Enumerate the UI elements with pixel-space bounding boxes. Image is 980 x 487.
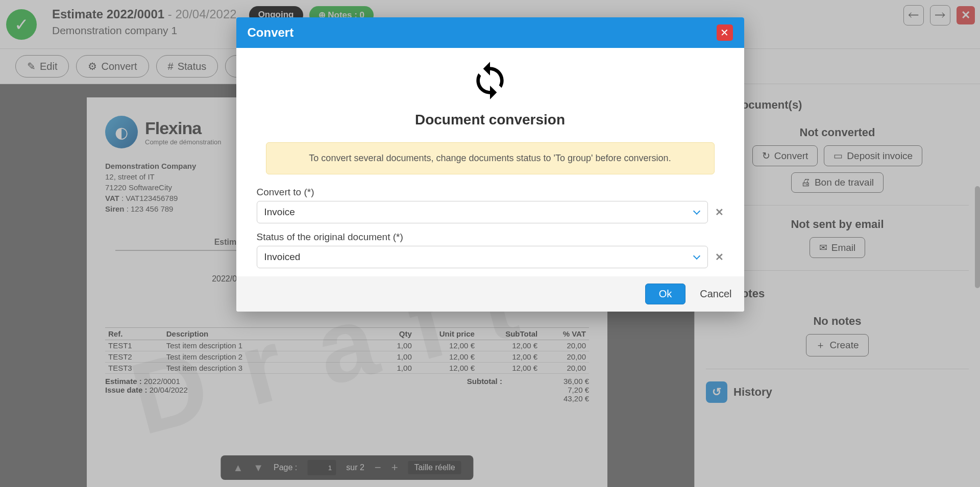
modal-close-button[interactable]: ✕ bbox=[717, 24, 733, 41]
sync-icon bbox=[470, 60, 510, 108]
modal-ok-button[interactable]: Ok bbox=[645, 284, 686, 304]
modal-cancel-button[interactable]: Cancel bbox=[700, 288, 731, 300]
modal-heading: Document conversion bbox=[257, 112, 724, 128]
original-status-label: Status of the original document (*) bbox=[257, 232, 724, 243]
modal-title: Convert bbox=[248, 25, 294, 40]
convert-modal: Convert ✕ Document conversion To convert… bbox=[236, 17, 744, 312]
convert-to-select[interactable]: Invoice bbox=[257, 201, 708, 223]
convert-to-label: Convert to (*) bbox=[257, 187, 724, 198]
clear-convert-to-button[interactable]: ✕ bbox=[715, 206, 724, 218]
original-status-select[interactable]: Invoiced bbox=[257, 246, 708, 268]
modal-info: To convert several documents, change doc… bbox=[266, 142, 715, 174]
modal-overlay: Convert ✕ Document conversion To convert… bbox=[0, 0, 980, 487]
clear-status-button[interactable]: ✕ bbox=[715, 251, 724, 263]
